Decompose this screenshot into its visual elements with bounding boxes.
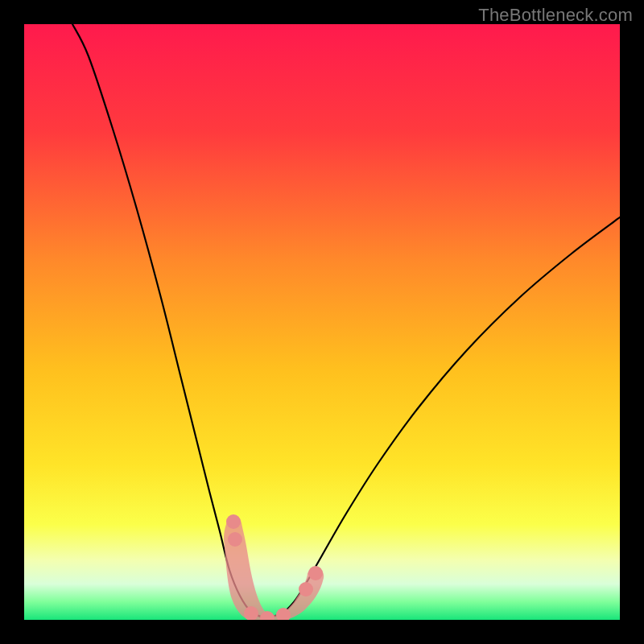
chart-svg <box>24 24 620 620</box>
trough-dot <box>228 532 242 547</box>
chart-frame: TheBottleneck.com <box>0 0 644 644</box>
gradient-background <box>24 24 620 620</box>
plot-area <box>24 24 620 620</box>
trough-dot <box>226 514 241 529</box>
trough-dot <box>299 582 313 597</box>
watermark-text: TheBottleneck.com <box>478 5 633 26</box>
trough-dot <box>308 566 323 580</box>
